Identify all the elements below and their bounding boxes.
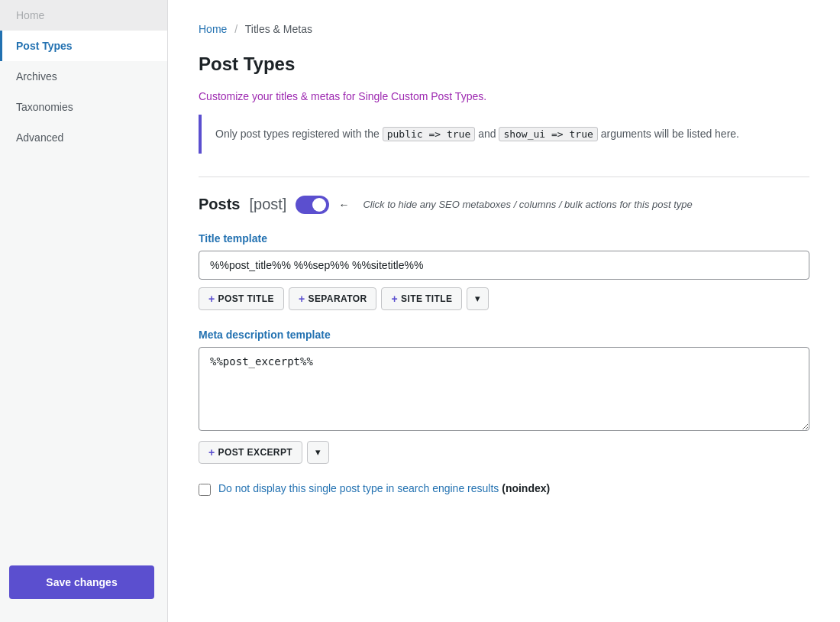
toggle-hint-text: Click to hide any SEO metaboxes / column… (363, 199, 692, 210)
save-button-container: Save changes (9, 565, 154, 599)
breadcrumb: Home / Titles & Metas (199, 23, 809, 38)
notice-code-1: public => true (383, 127, 476, 141)
save-button[interactable]: Save changes (9, 565, 154, 599)
sidebar-item-archives[interactable]: Archives (0, 61, 167, 92)
chevron-down-icon: ▾ (475, 293, 480, 304)
breadcrumb-current: Titles & Metas (245, 23, 312, 35)
noindex-row: Do not display this single post type in … (199, 482, 809, 496)
breadcrumb-separator: / (234, 23, 237, 35)
section-divider (199, 177, 809, 177)
section-header: Posts [post] ← Click to hide any SEO met… (199, 196, 809, 214)
title-template-group: Title template + POST TITLE + SEPARATOR … (199, 232, 809, 310)
notice-text-before: Only post types registered with the (215, 128, 380, 140)
meta-description-buttons: + POST EXCERPT ▾ (199, 441, 809, 464)
title-template-buttons: + POST TITLE + SEPARATOR + SITE TITLE ▾ (199, 287, 809, 310)
sidebar-item-advanced[interactable]: Advanced (0, 122, 167, 153)
plus-icon: + (391, 293, 398, 305)
sidebar-item-home[interactable]: Home (0, 0, 167, 31)
notice-block: Only post types registered with the publ… (199, 115, 809, 154)
title-template-dropdown[interactable]: ▾ (467, 287, 489, 310)
noindex-label: Do not display this single post type in … (218, 482, 550, 494)
noindex-checkbox[interactable] (199, 484, 211, 496)
notice-text-middle: and (478, 128, 499, 140)
post-excerpt-button[interactable]: + POST EXCERPT (199, 441, 302, 464)
meta-description-label: Meta description template (199, 329, 809, 341)
meta-description-input[interactable]: %%post_excerpt%% (199, 347, 809, 431)
title-template-label: Title template (199, 232, 809, 245)
plus-icon: + (208, 446, 215, 458)
breadcrumb-home-link[interactable]: Home (199, 23, 227, 35)
post-type-toggle[interactable] (296, 196, 329, 214)
section-slug: [post] (249, 196, 286, 213)
info-text: Customize your titles & metas for Single… (199, 90, 809, 102)
title-template-input[interactable] (199, 251, 809, 280)
arrow-left-icon: ← (338, 199, 349, 211)
notice-code-2: show_ui => true (499, 127, 597, 141)
site-title-button[interactable]: + SITE TITLE (381, 287, 462, 310)
sidebar-item-post-types[interactable]: Post Types (0, 31, 167, 61)
meta-description-group: Meta description template %%post_excerpt… (199, 329, 809, 464)
plus-icon: + (208, 293, 215, 305)
sidebar-item-taxonomies[interactable]: Taxonomies (0, 92, 167, 122)
notice-text-after: arguments will be listed here. (601, 128, 739, 140)
main-content: Home / Titles & Metas Post Types Customi… (168, 0, 840, 622)
separator-button[interactable]: + SEPARATOR (289, 287, 377, 310)
section-title: Posts (199, 196, 240, 213)
plus-icon: + (299, 293, 305, 305)
chevron-down-icon: ▾ (315, 446, 321, 458)
page-title: Post Types (199, 53, 809, 75)
sidebar: Home Post Types Archives Taxonomies Adva… (0, 0, 168, 622)
post-title-button[interactable]: + POST TITLE (199, 287, 284, 310)
meta-description-dropdown[interactable]: ▾ (307, 441, 329, 464)
